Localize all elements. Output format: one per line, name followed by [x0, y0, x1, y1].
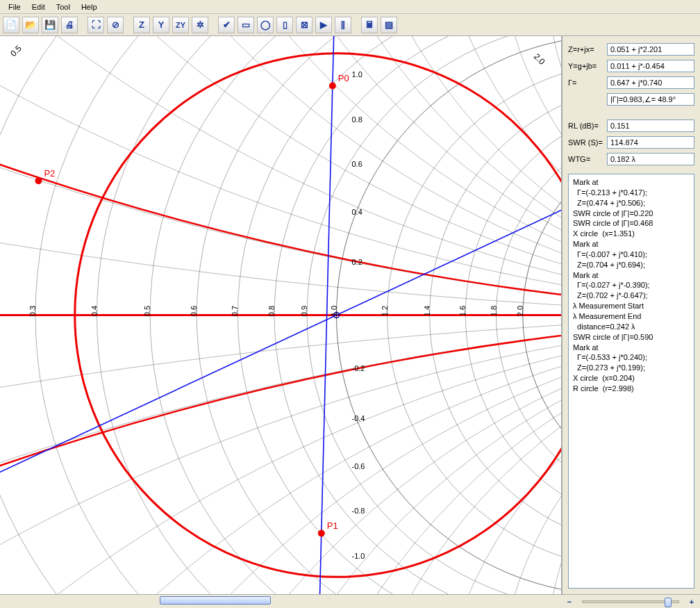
z-field[interactable] [607, 43, 694, 56]
svg-text:0.4: 0.4 [352, 208, 362, 216]
svg-text:1.2: 1.2 [381, 306, 389, 316]
horizontal-scrollbar[interactable] [0, 594, 561, 605]
svg-text:-0.4: -0.4 [352, 414, 365, 422]
svg-text:0.8: 0.8 [267, 306, 276, 316]
history-log[interactable]: Mark at Γ=(-0.213 + j*0.417); Z=(0.474 +… [568, 174, 694, 589]
svg-text:P0: P0 [338, 73, 349, 83]
menu-edit[interactable]: Edit [28, 1, 49, 13]
z-label: Z=r+jx= [568, 45, 604, 54]
svg-point-27 [0, 36, 561, 315]
svg-point-28 [0, 315, 561, 595]
calc-icon[interactable]: 🖩 [361, 17, 378, 33]
svg-point-45 [497, 36, 562, 315]
svg-point-46 [497, 315, 562, 595]
swr-field[interactable] [607, 136, 694, 149]
svg-text:2.0: 2.0 [532, 51, 547, 67]
menu-file[interactable]: File [4, 1, 25, 13]
svg-text:0.6: 0.6 [190, 306, 198, 316]
svg-text:1.4: 1.4 [423, 306, 431, 316]
svg-text:1.6: 1.6 [458, 306, 467, 316]
zoom-slider-thumb[interactable] [665, 598, 672, 607]
svg-text:P2: P2 [44, 168, 55, 179]
wtg-field[interactable] [607, 153, 694, 165]
svg-point-72 [329, 82, 336, 89]
svg-point-25 [0, 36, 561, 315]
svg-text:0.7: 0.7 [231, 306, 239, 316]
zoom-bar: − + [561, 594, 700, 608]
gamma-field[interactable] [607, 76, 694, 89]
svg-text:0.2: 0.2 [352, 258, 362, 266]
svg-text:P1: P1 [327, 520, 338, 531]
svg-text:0.9: 0.9 [300, 306, 308, 316]
svg-text:-1.0: -1.0 [352, 552, 365, 560]
hatch-icon[interactable]: ▨ [381, 17, 397, 33]
svg-point-32 [0, 315, 561, 595]
menu-help[interactable]: Help [77, 1, 101, 13]
svg-point-29 [0, 36, 561, 315]
check-icon[interactable]: ✔ [218, 17, 235, 33]
diode-icon[interactable]: ▶ [315, 17, 332, 33]
bars-icon[interactable]: 𝍪 [335, 17, 351, 33]
rl-label: RL (dB)= [568, 122, 604, 130]
svg-text:1.0: 1.0 [352, 70, 362, 79]
svg-point-35 [97, 36, 562, 315]
svg-text:-0.6: -0.6 [352, 462, 365, 470]
svg-text:0.5: 0.5 [8, 43, 24, 58]
clear-icon[interactable]: ⊘ [107, 17, 124, 33]
zy-button[interactable]: ZY [172, 17, 189, 33]
svg-text:0.6: 0.6 [352, 160, 362, 168]
svg-point-74 [318, 529, 325, 536]
new-icon[interactable]: 📄 [3, 17, 19, 33]
svg-point-38 [197, 315, 561, 595]
svg-text:-0.8: -0.8 [352, 507, 365, 515]
svg-point-23 [0, 36, 561, 315]
zoom-out-icon[interactable]: − [564, 596, 575, 607]
z-button[interactable]: Z [133, 17, 150, 33]
svg-point-24 [0, 315, 561, 595]
toolbar: 📄 📂 💾 🖨 ⛶ ⊘ Z Y ZY ✲ ✔ ▭ ◯ ▯ ⊠ ▶ 𝍪 🖩 ▨ [0, 14, 700, 36]
smith-chart-canvas[interactable]: P0P1P20.30.40.50.60.70.80.91.01.21.41.61… [0, 36, 561, 594]
svg-text:1.0: 1.0 [330, 306, 338, 316]
y-button[interactable]: Y [153, 17, 169, 33]
svg-point-76 [35, 177, 42, 184]
rl-field[interactable] [607, 120, 694, 132]
svg-text:0.4: 0.4 [90, 306, 99, 316]
svg-text:1.8: 1.8 [490, 306, 498, 316]
right-panel: Z=r+jx= Y=g+jb= Γ= RL (dB)= SWR (S)= WTG… [561, 36, 700, 594]
svg-point-34 [0, 315, 561, 595]
svg-text:0.8: 0.8 [352, 115, 362, 124]
gamma-mag-field[interactable] [607, 93, 694, 106]
svg-point-67 [0, 315, 561, 594]
svg-text:0.5: 0.5 [143, 306, 151, 316]
zoom-in-icon[interactable]: + [686, 596, 697, 607]
compass-icon[interactable]: ✲ [192, 17, 208, 33]
open-icon[interactable]: 📂 [22, 17, 39, 33]
svg-point-33 [0, 36, 561, 315]
y-label: Y=g+jb= [568, 62, 604, 70]
menu-tool[interactable]: Tool [52, 1, 74, 13]
svg-point-66 [0, 36, 561, 315]
rect-v-icon[interactable]: ▯ [276, 17, 293, 33]
svg-point-36 [97, 315, 562, 595]
svg-point-30 [0, 315, 561, 595]
svg-point-26 [0, 315, 561, 595]
svg-text:2.0: 2.0 [516, 306, 524, 316]
svg-text:0.3: 0.3 [28, 306, 37, 316]
wtg-label: WTG= [568, 155, 604, 163]
menubar: File Edit Tool Help [0, 0, 700, 14]
svg-point-37 [197, 36, 561, 315]
ellipse-icon[interactable]: ◯ [257, 17, 274, 33]
box-x-icon[interactable]: ⊠ [296, 17, 312, 33]
y-field[interactable] [607, 60, 694, 72]
svg-text:-0.2: -0.2 [352, 364, 365, 372]
print-icon[interactable]: 🖨 [61, 17, 78, 33]
save-icon[interactable]: 💾 [42, 17, 58, 33]
zoom-slider[interactable] [582, 600, 679, 603]
swr-label: SWR (S)= [568, 138, 604, 147]
gamma-label: Γ= [568, 79, 604, 87]
scrollbar-thumb[interactable] [160, 596, 271, 605]
rect-h-icon[interactable]: ▭ [238, 17, 254, 33]
fit-icon[interactable]: ⛶ [88, 17, 104, 33]
svg-point-31 [0, 36, 561, 315]
